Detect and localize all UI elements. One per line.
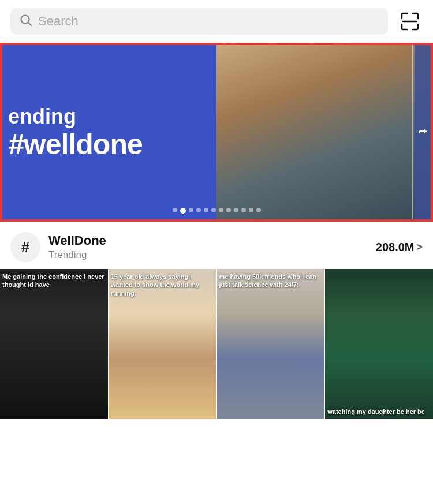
welldone-title: WellDone [48, 233, 106, 248]
header: Search [0, 0, 433, 43]
dot-9 [241, 208, 246, 212]
welldone-info: WellDone Trending [48, 233, 106, 260]
search-icon [20, 14, 32, 29]
welldone-subtitle: Trending [48, 249, 106, 261]
hashtag-avatar: # [10, 232, 40, 262]
banner-divider-line [412, 45, 413, 219]
video-caption-4: watching my daughter be her be [327, 408, 431, 416]
welldone-left: # WellDone Trending [10, 232, 106, 262]
banner-trending-label: ending [8, 104, 143, 129]
banner-right-strip: t [415, 45, 431, 219]
banner-text: ending #welldone [8, 104, 143, 160]
dot-8 [234, 208, 238, 212]
dot-2 [189, 208, 193, 212]
video-thumb-3[interactable]: me having 50k friends who i can just tal… [217, 269, 326, 419]
video-caption-3: me having 50k friends who i can just tal… [219, 272, 323, 289]
search-bar[interactable]: Search [10, 8, 388, 35]
svg-line-1 [28, 23, 31, 25]
dot-5 [211, 208, 216, 212]
video-caption-1: Me gaining the confidence i never though… [2, 272, 106, 289]
dot-3 [196, 208, 201, 212]
chevron-right-icon: > [416, 241, 423, 253]
video-caption-2: 15 year old always saying i wanted to sh… [111, 272, 214, 297]
dot-6 [219, 208, 223, 212]
welldone-count-value: 208.0M [376, 241, 415, 254]
banner-photo [216, 45, 431, 219]
banner-hash-symbol: # [8, 128, 24, 160]
welldone-count[interactable]: 208.0M > [376, 241, 423, 254]
banner-hashtag: #welldone [8, 129, 143, 160]
dot-7 [226, 208, 231, 212]
dot-0 [173, 208, 177, 212]
scan-button[interactable] [397, 9, 423, 34]
search-placeholder: Search [38, 14, 79, 29]
dot-11 [256, 208, 261, 212]
welldone-row[interactable]: # WellDone Trending 208.0M > [0, 222, 433, 269]
trending-banner[interactable]: t ending #welldone [0, 43, 433, 222]
video-thumb-4[interactable]: watching my daughter be her be [325, 269, 433, 419]
banner-right-letter: t [415, 129, 430, 135]
dot-4 [204, 208, 208, 212]
video-thumb-2[interactable]: 15 year old always saying i wanted to sh… [109, 269, 217, 419]
banner-hashtag-word: welldone [24, 128, 143, 160]
video-thumb-1[interactable]: Me gaining the confidence i never though… [0, 269, 109, 419]
dot-10 [249, 208, 253, 212]
dot-1 [180, 208, 186, 214]
video-grid: Me gaining the confidence i never though… [0, 269, 433, 419]
banner-pagination [2, 208, 431, 214]
